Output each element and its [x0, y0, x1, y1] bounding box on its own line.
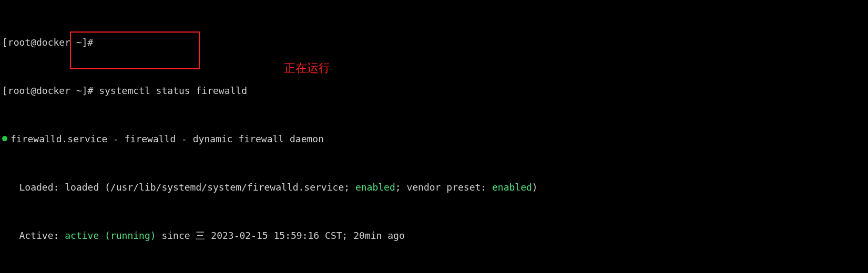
- loaded-mid: ; vendor preset:: [395, 182, 492, 193]
- loaded-end: ): [532, 182, 538, 193]
- active-state: active (running): [65, 230, 156, 241]
- service-header-text: firewalld.service - firewalld - dynamic …: [11, 133, 324, 144]
- shell-prompt: [root@docker ~]#: [2, 85, 99, 96]
- shell-prompt: [root@docker ~]#: [2, 37, 99, 48]
- prompt-line-2: [root@docker ~]# systemctl status firewa…: [2, 85, 866, 97]
- loaded-enabled: enabled: [355, 182, 395, 193]
- prompt-line-1: [root@docker ~]#: [2, 36, 866, 48]
- terminal-output[interactable]: [root@docker ~]# [root@docker ~]# system…: [0, 0, 868, 273]
- loaded-line: Loaded: loaded (/usr/lib/systemd/system/…: [2, 181, 866, 193]
- loaded-prefix: Loaded: loaded (/usr/lib/systemd/system/…: [2, 182, 355, 193]
- active-suffix: since 三 2023-02-15 15:59:16 CST; 20min a…: [156, 230, 405, 241]
- annotation-label: 正在运行: [284, 62, 330, 74]
- loaded-preset: enabled: [492, 182, 532, 193]
- active-line: Active: active (running) since 三 2023-02…: [2, 229, 866, 242]
- active-prefix: Active:: [2, 230, 65, 241]
- service-header-line: firewalld.service - firewalld - dynamic …: [2, 133, 866, 145]
- active-dot-icon: [2, 136, 7, 141]
- command-text: systemctl status firewalld: [99, 85, 247, 96]
